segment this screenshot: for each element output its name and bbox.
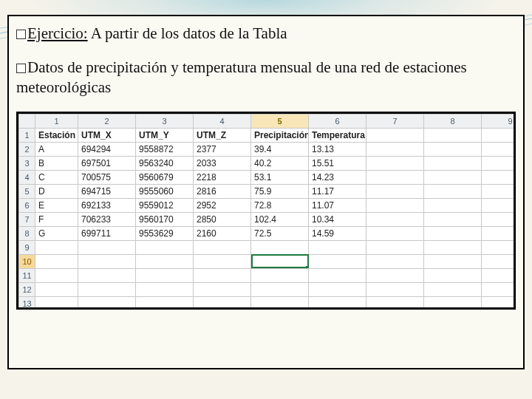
cell[interactable] bbox=[366, 254, 424, 268]
cell[interactable]: 15.51 bbox=[309, 156, 366, 170]
cell[interactable] bbox=[482, 142, 516, 156]
cell[interactable]: F bbox=[35, 212, 78, 226]
cell[interactable] bbox=[78, 282, 136, 296]
cell[interactable] bbox=[35, 254, 78, 268]
row-header[interactable]: 2 bbox=[19, 142, 35, 156]
cell[interactable] bbox=[482, 128, 516, 142]
row-header[interactable]: 3 bbox=[19, 156, 35, 170]
cell[interactable] bbox=[136, 254, 194, 268]
cell[interactable]: Estación bbox=[35, 128, 78, 142]
cell[interactable] bbox=[424, 198, 482, 212]
cell[interactable]: 10.34 bbox=[309, 212, 366, 226]
cell[interactable] bbox=[482, 226, 516, 240]
cell[interactable]: UTM_Y bbox=[136, 128, 194, 142]
cell[interactable] bbox=[366, 184, 424, 198]
cell[interactable]: E bbox=[35, 198, 78, 212]
cell[interactable] bbox=[424, 184, 482, 198]
cell[interactable] bbox=[78, 268, 136, 282]
cell[interactable]: UTM_X bbox=[78, 128, 136, 142]
active-cell[interactable] bbox=[251, 254, 309, 268]
cell[interactable] bbox=[309, 268, 366, 282]
cell[interactable]: Precipitación bbox=[251, 128, 309, 142]
cell[interactable]: 13.13 bbox=[309, 142, 366, 156]
row-header[interactable]: 1 bbox=[19, 128, 35, 142]
cell[interactable]: 9560679 bbox=[136, 170, 194, 184]
col-header-selected[interactable]: 5 bbox=[251, 114, 309, 128]
cell[interactable]: D bbox=[35, 184, 78, 198]
row-header[interactable]: 8 bbox=[19, 226, 35, 240]
cell[interactable] bbox=[366, 212, 424, 226]
cell[interactable] bbox=[482, 170, 516, 184]
cell[interactable] bbox=[424, 156, 482, 170]
cell[interactable] bbox=[424, 170, 482, 184]
cell[interactable]: C bbox=[35, 170, 78, 184]
cell[interactable]: 40.2 bbox=[251, 156, 309, 170]
row-header[interactable]: 6 bbox=[19, 198, 35, 212]
cell[interactable] bbox=[366, 156, 424, 170]
cell[interactable]: 72.5 bbox=[251, 226, 309, 240]
cell[interactable]: 9560170 bbox=[136, 212, 194, 226]
cell[interactable] bbox=[424, 254, 482, 268]
cell[interactable] bbox=[251, 282, 309, 296]
col-header[interactable]: 9 bbox=[482, 114, 516, 128]
cell[interactable]: 9553629 bbox=[136, 226, 194, 240]
cell[interactable] bbox=[35, 282, 78, 296]
cell[interactable] bbox=[482, 282, 516, 296]
cell[interactable] bbox=[424, 240, 482, 254]
cell[interactable]: 11.17 bbox=[309, 184, 366, 198]
row-header[interactable]: 11 bbox=[19, 268, 35, 282]
cell[interactable]: Temperatura (C°) bbox=[309, 128, 366, 142]
cell[interactable]: 9563240 bbox=[136, 156, 194, 170]
row-header[interactable]: 12 bbox=[19, 282, 35, 296]
cell[interactable] bbox=[194, 254, 251, 268]
col-header[interactable]: 8 bbox=[424, 114, 482, 128]
row-header-selected[interactable]: 10 bbox=[19, 254, 35, 268]
cell[interactable] bbox=[309, 296, 366, 310]
cell[interactable]: UTM_Z bbox=[194, 128, 251, 142]
cell[interactable] bbox=[78, 254, 136, 268]
cell[interactable] bbox=[424, 212, 482, 226]
cell[interactable] bbox=[482, 184, 516, 198]
cell[interactable] bbox=[136, 240, 194, 254]
cell[interactable] bbox=[366, 142, 424, 156]
col-header[interactable]: 3 bbox=[136, 114, 194, 128]
cell[interactable] bbox=[366, 128, 424, 142]
cell[interactable] bbox=[251, 268, 309, 282]
cell[interactable]: 700575 bbox=[78, 170, 136, 184]
cell[interactable]: 9555060 bbox=[136, 184, 194, 198]
cell[interactable]: 699711 bbox=[78, 226, 136, 240]
cell[interactable] bbox=[366, 240, 424, 254]
col-header[interactable]: 7 bbox=[366, 114, 424, 128]
cell[interactable] bbox=[482, 212, 516, 226]
cell[interactable] bbox=[35, 296, 78, 310]
cell[interactable] bbox=[366, 296, 424, 310]
col-header[interactable]: 4 bbox=[194, 114, 251, 128]
cell[interactable]: 2816 bbox=[194, 184, 251, 198]
cell[interactable]: 2952 bbox=[194, 198, 251, 212]
cell[interactable] bbox=[424, 268, 482, 282]
cell[interactable] bbox=[424, 142, 482, 156]
cell[interactable]: 72.8 bbox=[251, 198, 309, 212]
cell[interactable] bbox=[251, 296, 309, 310]
cell[interactable] bbox=[35, 268, 78, 282]
row-header[interactable]: 13 bbox=[19, 296, 35, 310]
cell[interactable]: B bbox=[35, 156, 78, 170]
cell[interactable]: G bbox=[35, 226, 78, 240]
cell[interactable]: 692133 bbox=[78, 198, 136, 212]
cell[interactable]: 9559012 bbox=[136, 198, 194, 212]
cell[interactable] bbox=[424, 282, 482, 296]
cell[interactable]: 2160 bbox=[194, 226, 251, 240]
cell[interactable]: 2033 bbox=[194, 156, 251, 170]
col-header[interactable]: 6 bbox=[309, 114, 366, 128]
cell[interactable] bbox=[366, 282, 424, 296]
cell[interactable] bbox=[482, 254, 516, 268]
cell[interactable] bbox=[78, 296, 136, 310]
cell[interactable] bbox=[309, 282, 366, 296]
cell[interactable] bbox=[366, 198, 424, 212]
cell[interactable]: 11.07 bbox=[309, 198, 366, 212]
cell[interactable] bbox=[366, 226, 424, 240]
cell[interactable] bbox=[482, 268, 516, 282]
cell[interactable] bbox=[194, 296, 251, 310]
cell[interactable] bbox=[482, 296, 516, 310]
cell[interactable]: 2850 bbox=[194, 212, 251, 226]
